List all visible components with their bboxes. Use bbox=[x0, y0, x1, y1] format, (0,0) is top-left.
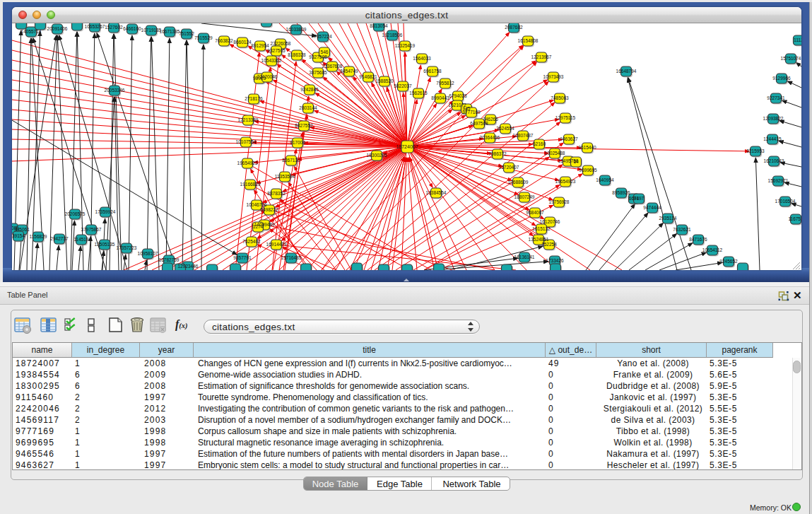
svg-text:12975115: 12975115 bbox=[555, 115, 576, 120]
svg-text:10958107: 10958107 bbox=[138, 251, 158, 256]
svg-text:9327508: 9327508 bbox=[309, 54, 327, 59]
svg-text:7357224: 7357224 bbox=[314, 34, 332, 39]
svg-text:917004: 917004 bbox=[290, 140, 305, 145]
svg-text:6961758: 6961758 bbox=[423, 69, 442, 74]
svg-text:9327505: 9327505 bbox=[267, 48, 286, 53]
svg-text:9474444: 9474444 bbox=[643, 205, 661, 210]
svg-text:335061: 335061 bbox=[14, 227, 30, 232]
svg-text:9245652: 9245652 bbox=[719, 259, 738, 264]
svg-text:64: 64 bbox=[573, 159, 579, 164]
svg-text:1640954: 1640954 bbox=[596, 177, 614, 182]
svg-text:8878352: 8878352 bbox=[267, 191, 286, 196]
svg-text:7625402: 7625402 bbox=[242, 239, 261, 244]
svg-text:16648794: 16648794 bbox=[616, 69, 637, 74]
svg-text:8990443: 8990443 bbox=[431, 95, 449, 100]
svg-text:16782759: 16782759 bbox=[159, 257, 180, 262]
svg-text:10719185: 10719185 bbox=[141, 28, 162, 33]
svg-text:7663822: 7663822 bbox=[215, 38, 233, 43]
svg-text:10807487: 10807487 bbox=[513, 133, 534, 138]
svg-text:6497568: 6497568 bbox=[470, 121, 488, 126]
svg-text:9684067: 9684067 bbox=[526, 210, 544, 215]
svg-text:16136141: 16136141 bbox=[514, 255, 535, 259]
svg-text:19166829: 19166829 bbox=[240, 182, 261, 187]
svg-text:11353594: 11353594 bbox=[275, 174, 295, 179]
svg-text:10025488: 10025488 bbox=[545, 151, 565, 156]
svg-text:16914479: 16914479 bbox=[266, 242, 287, 247]
svg-text:1562615: 1562615 bbox=[409, 90, 428, 95]
svg-text:9129966: 9129966 bbox=[772, 76, 791, 81]
svg-text:8186328: 8186328 bbox=[288, 52, 306, 57]
svg-text:22420046: 22420046 bbox=[257, 74, 278, 79]
svg-text:19756928: 19756928 bbox=[549, 199, 570, 204]
svg-text:10653267: 10653267 bbox=[85, 24, 105, 29]
svg-text:15751074: 15751074 bbox=[781, 56, 801, 61]
svg-text:10688609: 10688609 bbox=[508, 180, 529, 185]
svg-text:3875685: 3875685 bbox=[309, 70, 327, 75]
svg-text:17016504: 17016504 bbox=[775, 199, 796, 204]
svg-text:2718176: 2718176 bbox=[245, 96, 263, 101]
svg-text:14055714: 14055714 bbox=[21, 29, 42, 34]
svg-text:7632621: 7632621 bbox=[673, 227, 691, 232]
svg-text:9777169: 9777169 bbox=[462, 110, 481, 115]
svg-text:114519: 114519 bbox=[73, 237, 89, 242]
svg-text:19654923: 19654923 bbox=[237, 160, 258, 165]
svg-text:12093822: 12093822 bbox=[763, 116, 784, 121]
svg-text:16154808: 16154808 bbox=[518, 38, 539, 43]
svg-text:8267130: 8267130 bbox=[282, 158, 300, 163]
svg-text:12505135: 12505135 bbox=[95, 242, 115, 247]
svg-text:11325419: 11325419 bbox=[395, 43, 416, 48]
svg-text:1588520: 1588520 bbox=[375, 78, 394, 83]
svg-text:19654923: 19654923 bbox=[555, 179, 576, 184]
svg-text:18807249: 18807249 bbox=[514, 194, 535, 199]
svg-text:23226058: 23226058 bbox=[271, 41, 291, 46]
svg-text:2087682: 2087682 bbox=[505, 25, 523, 30]
svg-text:9146821: 9146821 bbox=[359, 74, 377, 79]
svg-text:252254: 252254 bbox=[541, 242, 557, 247]
svg-text:17357223: 17357223 bbox=[117, 245, 137, 250]
svg-text:39154: 39154 bbox=[12, 233, 25, 238]
svg-text:8660124: 8660124 bbox=[233, 40, 252, 45]
svg-text:5498222: 5498222 bbox=[260, 207, 278, 212]
svg-text:116753: 116753 bbox=[788, 216, 801, 221]
svg-text:7515529: 7515529 bbox=[194, 35, 213, 40]
svg-text:8471676: 8471676 bbox=[689, 237, 707, 242]
svg-text:1564033: 1564033 bbox=[413, 56, 431, 61]
svg-text:2942737: 2942737 bbox=[50, 236, 69, 241]
svg-text:12213967: 12213967 bbox=[531, 54, 552, 59]
svg-text:7485063: 7485063 bbox=[551, 95, 569, 100]
svg-text:20053346: 20053346 bbox=[105, 88, 125, 93]
svg-text:9197: 9197 bbox=[634, 196, 645, 201]
svg-text:8454749: 8454749 bbox=[340, 69, 358, 74]
svg-text:17359924: 17359924 bbox=[95, 209, 116, 214]
svg-text:8427552: 8427552 bbox=[295, 123, 313, 128]
svg-text:16671385: 16671385 bbox=[160, 29, 180, 34]
svg-text:16210643: 16210643 bbox=[764, 158, 784, 163]
svg-text:2803144: 2803144 bbox=[299, 105, 317, 110]
svg-text:12923446: 12923446 bbox=[178, 264, 199, 269]
svg-text:37975867: 37975867 bbox=[81, 227, 102, 232]
svg-text:8215953: 8215953 bbox=[746, 148, 765, 153]
svg-text:2935114: 2935114 bbox=[659, 216, 677, 221]
svg-text:10543362: 10543362 bbox=[261, 58, 282, 63]
svg-text:16120746: 16120746 bbox=[540, 219, 560, 224]
svg-text:20091406: 20091406 bbox=[47, 26, 68, 31]
svg-text:10973493: 10973493 bbox=[543, 74, 564, 79]
svg-text:9857791: 9857791 bbox=[233, 255, 252, 260]
svg-text:18300295: 18300295 bbox=[367, 153, 387, 158]
svg-text:9615440: 9615440 bbox=[578, 145, 596, 150]
svg-text:10046766: 10046766 bbox=[247, 202, 267, 207]
svg-text:6466160: 6466160 bbox=[123, 26, 141, 31]
svg-text:9242845: 9242845 bbox=[300, 87, 319, 92]
svg-text:7955812: 7955812 bbox=[436, 81, 454, 86]
svg-text:9699695: 9699695 bbox=[579, 168, 597, 173]
svg-text:5822037: 5822037 bbox=[394, 83, 412, 88]
svg-text:10107554: 10107554 bbox=[236, 139, 257, 144]
svg-text:9463627: 9463627 bbox=[560, 136, 578, 141]
svg-text:1527602: 1527602 bbox=[105, 25, 123, 30]
svg-text:19218506: 19218506 bbox=[382, 33, 403, 37]
svg-text:1244415: 1244415 bbox=[763, 136, 782, 141]
svg-text:21367608: 21367608 bbox=[322, 64, 343, 69]
svg-text:546: 546 bbox=[321, 49, 329, 54]
svg-text:19384554: 19384554 bbox=[426, 190, 447, 195]
svg-text:1733426: 1733426 bbox=[546, 258, 564, 263]
